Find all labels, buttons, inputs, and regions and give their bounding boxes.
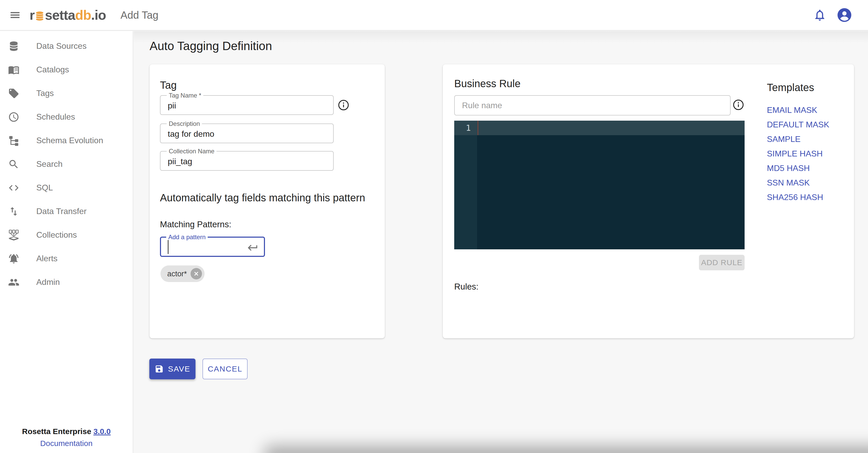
tag-name-info-icon[interactable] bbox=[338, 100, 349, 111]
sidebar-item-label: Data Transfer bbox=[36, 206, 87, 216]
matching-patterns-label: Matching Patterns: bbox=[160, 220, 231, 229]
pattern-chip[interactable]: actor* bbox=[160, 265, 205, 282]
pattern-chip-label: actor* bbox=[167, 270, 187, 278]
code-editor[interactable]: 1 bbox=[454, 121, 745, 249]
app-header: r setta db .io Add Tag bbox=[0, 0, 868, 31]
people-icon bbox=[8, 276, 20, 288]
collection-name-value[interactable]: pii_tag bbox=[168, 157, 192, 166]
logo-text-db: db bbox=[75, 8, 91, 22]
sidebar-item-label: SQL bbox=[36, 183, 53, 193]
templates-panel: Templates EMAIL MASK DEFAULT MASK SAMPLE… bbox=[767, 82, 829, 204]
save-button[interactable]: SAVE bbox=[149, 359, 195, 379]
sidebar-item-schedules[interactable]: Schedules bbox=[0, 105, 133, 129]
transfer-icon bbox=[8, 205, 20, 218]
collections-icon bbox=[8, 229, 20, 241]
sidebar-item-data-sources[interactable]: Data Sources bbox=[0, 34, 133, 58]
sidebar-item-label: Catalogs bbox=[36, 65, 69, 75]
sidebar: Data Sources Catalogs Tags Schedules Sch… bbox=[0, 31, 133, 453]
chip-remove-icon[interactable] bbox=[191, 268, 202, 279]
template-link-sha256-hash[interactable]: SHA256 HASH bbox=[767, 190, 829, 204]
product-name: Rosetta Enterprise bbox=[22, 427, 91, 435]
page-heading: Auto Tagging Definition bbox=[150, 39, 272, 53]
sidebar-item-label: Schedules bbox=[36, 112, 75, 122]
sidebar-item-alerts[interactable]: Alerts bbox=[0, 247, 133, 270]
app-logo[interactable]: r setta db .io bbox=[30, 8, 106, 22]
notifications-icon[interactable] bbox=[813, 8, 827, 22]
template-link-ssn-mask[interactable]: SSN MASK bbox=[767, 175, 829, 190]
sidebar-item-tags[interactable]: Tags bbox=[0, 82, 133, 105]
logo-text: r bbox=[30, 8, 34, 22]
sidebar-item-label: Schema Evolution bbox=[36, 136, 103, 145]
description-label: Description bbox=[167, 120, 202, 128]
clock-icon bbox=[8, 111, 20, 123]
editor-cursor bbox=[477, 121, 478, 135]
save-button-label: SAVE bbox=[168, 365, 190, 373]
sidebar-footer: Rosetta Enterprise 3.0.0 Documentation bbox=[0, 427, 133, 448]
sidebar-item-data-transfer[interactable]: Data Transfer bbox=[0, 200, 133, 223]
editor-line-number: 1 bbox=[454, 123, 471, 133]
add-pattern-input[interactable]: Add a pattern bbox=[160, 236, 265, 257]
code-icon bbox=[8, 182, 20, 194]
text-caret bbox=[168, 240, 168, 254]
book-icon bbox=[8, 64, 20, 76]
editor-gutter bbox=[454, 121, 477, 249]
sidebar-item-label: Admin bbox=[36, 277, 60, 287]
template-link-default-mask[interactable]: DEFAULT MASK bbox=[767, 117, 829, 132]
rule-name-input[interactable] bbox=[454, 95, 731, 115]
add-pattern-label: Add a pattern bbox=[166, 233, 208, 241]
tag-section-heading: Tag bbox=[160, 79, 177, 91]
template-link-email-mask[interactable]: EMAIL MASK bbox=[767, 103, 829, 117]
collection-name-label: Collection Name bbox=[167, 148, 216, 155]
business-rule-card: Business Rule 1 ADD RULE Rules: Template… bbox=[443, 64, 854, 338]
templates-heading: Templates bbox=[767, 82, 829, 93]
rules-label: Rules: bbox=[454, 282, 478, 292]
cancel-button[interactable]: CANCEL bbox=[203, 359, 248, 379]
menu-icon[interactable] bbox=[9, 9, 21, 21]
template-link-md5-hash[interactable]: MD5 HASH bbox=[767, 161, 829, 175]
sidebar-item-schema-evolution[interactable]: Schema Evolution bbox=[0, 129, 133, 152]
add-rule-button[interactable]: ADD RULE bbox=[699, 255, 745, 270]
tag-name-value[interactable]: pii bbox=[168, 101, 176, 111]
tag-name-field[interactable]: Tag Name * pii bbox=[160, 95, 334, 115]
sidebar-item-label: Tags bbox=[36, 88, 54, 98]
database-icon bbox=[8, 40, 20, 52]
page-title: Add Tag bbox=[121, 9, 158, 21]
documentation-link[interactable]: Documentation bbox=[0, 439, 133, 448]
template-link-simple-hash[interactable]: SIMPLE HASH bbox=[767, 146, 829, 161]
tag-name-label: Tag Name * bbox=[167, 92, 203, 99]
schema-icon bbox=[8, 135, 20, 147]
sidebar-item-label: Data Sources bbox=[36, 41, 87, 51]
tag-icon bbox=[8, 87, 20, 100]
logo-text: setta bbox=[45, 8, 75, 22]
sidebar-item-label: Search bbox=[36, 159, 62, 169]
user-avatar[interactable] bbox=[837, 7, 852, 23]
pattern-section-heading: Automatically tag fields matching this p… bbox=[160, 192, 365, 204]
sidebar-item-admin[interactable]: Admin bbox=[0, 270, 133, 294]
logo-coins-icon bbox=[34, 9, 45, 22]
template-link-sample[interactable]: SAMPLE bbox=[767, 132, 829, 146]
collection-name-field[interactable]: Collection Name pii_tag bbox=[160, 151, 334, 171]
save-icon bbox=[155, 364, 164, 374]
logo-text-io: .io bbox=[91, 8, 106, 22]
description-field[interactable]: Description tag for demo bbox=[160, 123, 334, 143]
rule-name-info-icon[interactable] bbox=[733, 99, 744, 111]
tag-card: Tag Tag Name * pii Description tag for d… bbox=[150, 64, 385, 338]
sidebar-item-label: Alerts bbox=[36, 254, 58, 263]
search-icon bbox=[8, 158, 20, 170]
sidebar-item-search[interactable]: Search bbox=[0, 152, 133, 176]
sidebar-item-sql[interactable]: SQL bbox=[0, 176, 133, 200]
alert-bell-icon bbox=[8, 253, 20, 265]
sidebar-item-collections[interactable]: Collections bbox=[0, 223, 133, 247]
description-value[interactable]: tag for demo bbox=[168, 129, 214, 139]
editor-active-line bbox=[454, 121, 745, 135]
business-rule-heading: Business Rule bbox=[454, 78, 521, 89]
sidebar-item-label: Collections bbox=[36, 230, 77, 240]
sidebar-item-catalogs[interactable]: Catalogs bbox=[0, 58, 133, 82]
header-actions bbox=[813, 7, 868, 23]
version-link[interactable]: 3.0.0 bbox=[93, 427, 111, 435]
enter-icon bbox=[247, 242, 259, 255]
